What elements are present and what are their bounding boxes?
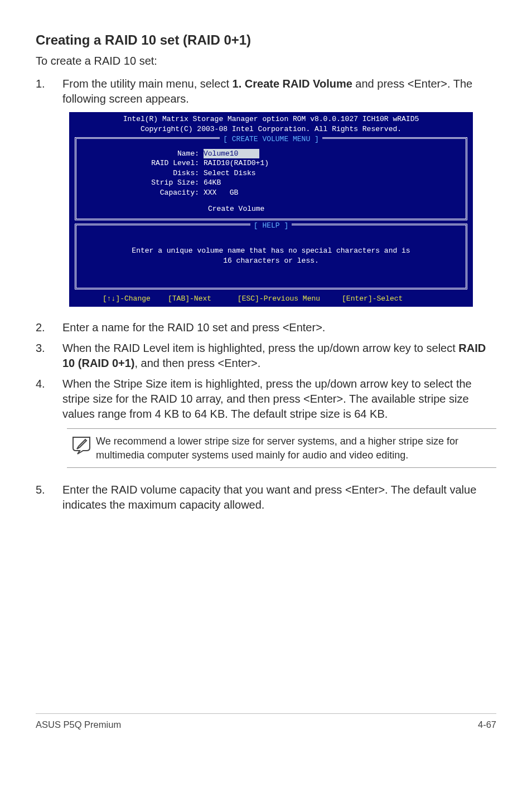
- raid-level-label: RAID Level:: [81, 158, 204, 168]
- footer-right: 4-67: [478, 719, 496, 730]
- console-header-line2: Copyright(C) 2003-08 Intel Corporation. …: [74, 124, 468, 134]
- page-footer: ASUS P5Q Premium 4-67: [36, 713, 496, 730]
- step-4-num: 4.: [36, 376, 62, 422]
- intro-text: To create a RAID 10 set:: [36, 54, 496, 69]
- step-3-text-before: When the RAID Level item is highlighted,…: [62, 342, 458, 354]
- capacity-value: XXX GB: [204, 188, 238, 198]
- section-heading: Creating a RAID 10 set (RAID 0+1): [36, 32, 496, 48]
- help-line-1: Enter a unique volume name that has no s…: [81, 246, 461, 256]
- name-label: Name:: [81, 149, 204, 159]
- step-3-num: 3.: [36, 341, 62, 371]
- name-value: Volume10: [204, 149, 259, 159]
- step-2-text: Enter a name for the RAID 10 set and pre…: [62, 320, 496, 335]
- step-4-text: When the Stripe Size item is highlighted…: [62, 376, 496, 422]
- step-3-text-after: , and then press <Enter>.: [135, 357, 261, 369]
- console-header-line1: Intel(R) Matrix Storage Manager option R…: [74, 114, 468, 124]
- step-3: 3. When the RAID Level item is highlight…: [36, 341, 496, 371]
- step-5-num: 5.: [36, 482, 62, 513]
- help-line-2: 16 characters or less.: [81, 256, 461, 266]
- raid-level-value: RAID10(RAID0+1): [204, 158, 269, 168]
- step-4: 4. When the Stripe Size item is highligh…: [36, 376, 496, 422]
- note-pencil-icon: [67, 434, 96, 455]
- help-box: [ HELP ] Enter a unique volume name that…: [75, 224, 467, 289]
- note-text: We recommend a lower stripe size for ser…: [96, 434, 492, 462]
- create-volume-menu-box: [ CREATE VOLUME MENU ] Name: Volume10 RA…: [75, 137, 467, 220]
- step-2-num: 2.: [36, 320, 62, 335]
- capacity-label: Capacity:: [81, 188, 204, 198]
- footer-left: ASUS P5Q Premium: [36, 719, 121, 730]
- help-title: [ HELP ]: [250, 221, 292, 230]
- step-1-num: 1.: [36, 76, 62, 107]
- step-1: 1. From the utility main menu, select 1.…: [36, 76, 496, 107]
- step-5: 5. Enter the RAID volume capacity that y…: [36, 482, 496, 513]
- console-keyhints: [↑↓]-Change [TAB]-Next [ESC]-Previous Me…: [69, 293, 473, 307]
- step-1-text-before: From the utility main menu, select: [62, 78, 233, 90]
- step-2: 2. Enter a name for the RAID 10 set and …: [36, 320, 496, 335]
- step-1-bold: 1. Create RAID Volume: [233, 78, 352, 90]
- note-box: We recommend a lower stripe size for ser…: [67, 428, 496, 468]
- step-5-text: Enter the RAID volume capacity that you …: [62, 482, 496, 513]
- create-volume-menu-title: [ CREATE VOLUME MENU ]: [220, 135, 322, 143]
- strip-size-label: Strip Size:: [81, 178, 204, 188]
- disks-value: Select Disks: [204, 168, 256, 178]
- console-screenshot: Intel(R) Matrix Storage Manager option R…: [69, 112, 473, 307]
- create-volume-action: Create Volume: [81, 204, 461, 214]
- disks-label: Disks:: [81, 168, 204, 178]
- strip-size-value: 64KB: [204, 178, 221, 188]
